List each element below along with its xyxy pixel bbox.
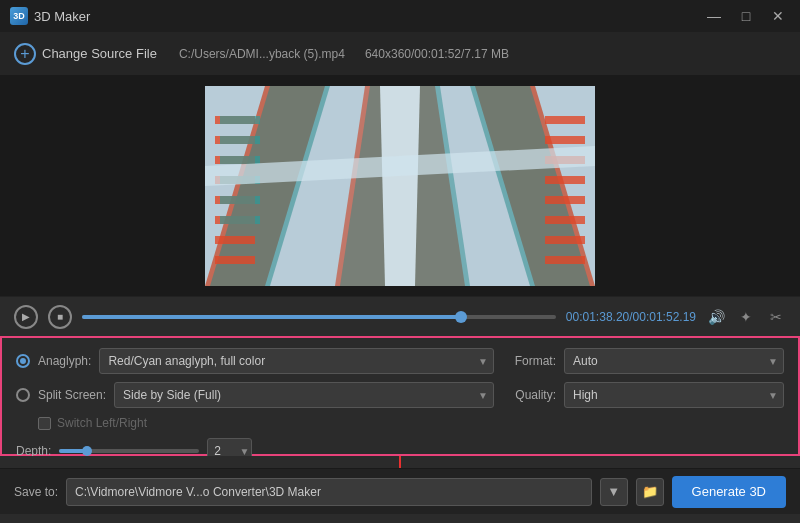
- depth-handle[interactable]: [82, 446, 92, 456]
- svg-rect-21: [545, 236, 585, 244]
- settings-icon[interactable]: ✦: [736, 307, 756, 327]
- quality-row: Quality: High Medium Low ▼: [504, 382, 784, 408]
- app-icon: 3D: [10, 7, 28, 25]
- add-circle-icon: +: [14, 43, 36, 65]
- red-arrow-indicator: [0, 456, 800, 468]
- titlebar: 3D 3D Maker — □ ✕: [0, 0, 800, 32]
- switch-checkbox-row: Switch Left/Right: [16, 416, 494, 430]
- save-bar: Save to: C:\Vidmore\Vidmore V...o Conver…: [0, 468, 800, 514]
- titlebar-left: 3D 3D Maker: [10, 7, 90, 25]
- split-screen-radio[interactable]: [16, 388, 30, 402]
- svg-rect-22: [545, 256, 585, 264]
- format-label: Format:: [504, 354, 556, 368]
- svg-rect-20: [545, 216, 585, 224]
- anaglyph-label: Anaglyph:: [38, 354, 91, 368]
- svg-rect-13: [215, 236, 255, 244]
- svg-rect-16: [545, 136, 585, 144]
- progress-handle[interactable]: [455, 311, 467, 323]
- save-label: Save to:: [14, 485, 58, 499]
- change-source-button[interactable]: + Change Source File: [14, 43, 157, 65]
- controls-bar: ▶ ■ 00:01:38.20/00:01:52.19 🔊 ✦ ✂: [0, 296, 800, 336]
- svg-rect-19: [545, 196, 585, 204]
- svg-rect-27: [220, 196, 260, 204]
- switch-label: Switch Left/Right: [57, 416, 147, 430]
- cut-icon[interactable]: ✂: [766, 307, 786, 327]
- anaglyph-select[interactable]: Red/Cyan anaglyph, full color Red/Cyan a…: [99, 348, 494, 374]
- save-path-display: C:\Vidmore\Vidmore V...o Converter\3D Ma…: [66, 478, 592, 506]
- depth-slider[interactable]: [59, 449, 199, 453]
- play-button[interactable]: ▶: [14, 305, 38, 329]
- svg-marker-29: [380, 86, 420, 286]
- volume-icon[interactable]: 🔊: [706, 307, 726, 327]
- format-select[interactable]: Auto MP4 AVI MKV: [564, 348, 784, 374]
- svg-rect-24: [220, 136, 260, 144]
- quality-label: Quality:: [504, 388, 556, 402]
- folder-browse-button[interactable]: ▼: [600, 478, 628, 506]
- settings-panel: Anaglyph: Red/Cyan anaglyph, full color …: [0, 336, 800, 456]
- folder-open-button[interactable]: 📁: [636, 478, 664, 506]
- svg-rect-28: [220, 216, 260, 224]
- svg-rect-25: [220, 156, 260, 164]
- anaglyph-row: Anaglyph: Red/Cyan anaglyph, full color …: [16, 348, 494, 374]
- change-source-label: Change Source File: [42, 46, 157, 61]
- svg-rect-15: [545, 116, 585, 124]
- format-select-wrapper: Auto MP4 AVI MKV ▼: [564, 348, 784, 374]
- video-area: [0, 76, 800, 296]
- file-path: C:/Users/ADMI...yback (5).mp4: [179, 47, 345, 61]
- format-row: Format: Auto MP4 AVI MKV ▼: [504, 348, 784, 374]
- file-meta: 640x360/00:01:52/7.17 MB: [365, 47, 509, 61]
- time-display: 00:01:38.20/00:01:52.19: [566, 310, 696, 324]
- progress-track[interactable]: [82, 315, 556, 319]
- toolbar: + Change Source File C:/Users/ADMI...yba…: [0, 32, 800, 76]
- split-select-wrapper: Side by Side (Full) Side by Side (Half) …: [114, 382, 494, 408]
- minimize-button[interactable]: —: [702, 4, 726, 28]
- svg-rect-18: [545, 176, 585, 184]
- app-title: 3D Maker: [34, 9, 90, 24]
- switch-checkbox[interactable]: [38, 417, 51, 430]
- file-info: C:/Users/ADMI...yback (5).mp4 640x360/00…: [179, 47, 509, 61]
- left-settings: Anaglyph: Red/Cyan anaglyph, full color …: [16, 348, 494, 444]
- video-preview: [205, 86, 595, 286]
- time-current: 00:01:38.20: [566, 310, 629, 324]
- anaglyph-radio[interactable]: [16, 354, 30, 368]
- close-button[interactable]: ✕: [766, 4, 790, 28]
- titlebar-controls: — □ ✕: [702, 4, 790, 28]
- maximize-button[interactable]: □: [734, 4, 758, 28]
- split-screen-row: Split Screen: Side by Side (Full) Side b…: [16, 382, 494, 408]
- anaglyph-select-wrapper: Red/Cyan anaglyph, full color Red/Cyan a…: [99, 348, 494, 374]
- right-settings: Format: Auto MP4 AVI MKV ▼ Quality: High…: [504, 348, 784, 444]
- generate-3d-button[interactable]: Generate 3D: [672, 476, 786, 508]
- svg-rect-23: [220, 116, 260, 124]
- svg-rect-14: [215, 256, 255, 264]
- quality-select-wrapper: High Medium Low ▼: [564, 382, 784, 408]
- split-screen-label: Split Screen:: [38, 388, 106, 402]
- quality-select[interactable]: High Medium Low: [564, 382, 784, 408]
- stop-button[interactable]: ■: [48, 305, 72, 329]
- time-total: 00:01:52.19: [633, 310, 696, 324]
- split-screen-select[interactable]: Side by Side (Full) Side by Side (Half) …: [114, 382, 494, 408]
- progress-fill: [82, 315, 461, 319]
- save-path-text: C:\Vidmore\Vidmore V...o Converter\3D Ma…: [75, 485, 321, 499]
